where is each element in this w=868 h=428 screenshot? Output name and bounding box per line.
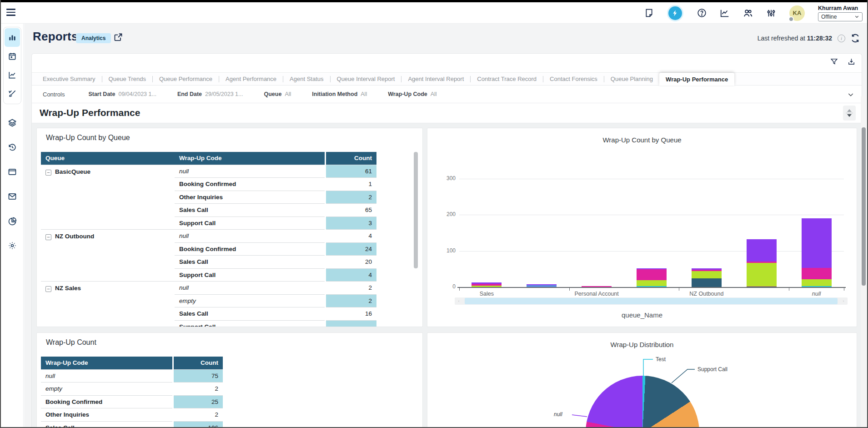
count-cell[interactable]: 2 — [325, 294, 376, 307]
sidebar-item-settings[interactable] — [8, 241, 17, 250]
sidebar-item-schedule[interactable] — [5, 47, 20, 65]
scroll-right-arrow-icon[interactable]: › — [841, 299, 846, 303]
stacked-bar[interactable] — [802, 218, 832, 287]
sidebar-item-reports[interactable] — [5, 28, 20, 47]
sidebar-item-customize[interactable] — [5, 84, 20, 103]
avatar[interactable]: KA — [789, 5, 805, 21]
bar-segment-booking-confirmed[interactable] — [692, 278, 722, 287]
queue-cell[interactable]: −NZ Outbound — [41, 230, 175, 282]
open-external-icon[interactable] — [114, 33, 123, 42]
control-end-date[interactable]: End Date29/05/2023 1... — [177, 91, 243, 97]
count-cell[interactable]: 4 — [325, 268, 376, 282]
count-cell[interactable]: 61 — [325, 165, 376, 178]
bar-segment-support-call[interactable] — [802, 268, 832, 279]
wrapup-code-cell[interactable]: Sales Call — [175, 307, 325, 321]
control-start-date[interactable]: Start Date09/04/2023 1... — [88, 91, 156, 97]
count-cell[interactable]: 75 — [173, 369, 223, 383]
scrollbar-thumb[interactable] — [414, 152, 418, 268]
sidebar-item-layers[interactable] — [8, 118, 17, 127]
refresh-icon[interactable] — [851, 34, 860, 43]
contact-control-panel-active[interactable] — [667, 5, 683, 21]
bar-segment-sales-call[interactable] — [692, 271, 722, 278]
tab-contract-trace-record[interactable]: Contract Trace Record — [471, 73, 543, 85]
count-cell[interactable]: 20 — [325, 256, 376, 269]
tab-contact-forensics[interactable]: Contact Forensics — [543, 73, 604, 85]
tab-queue-interval-report[interactable]: Queue Interval Report — [331, 73, 401, 85]
sidebar-item-analytics-pie[interactable] — [8, 217, 17, 226]
bar-segment-null[interactable] — [747, 239, 777, 261]
stacked-bar[interactable] — [527, 284, 557, 287]
tab-executive-summary[interactable]: Executive Summary — [36, 73, 102, 85]
wrapup-code-cell[interactable]: Other Inquiries — [41, 408, 173, 422]
count-cell[interactable]: 16 — [325, 307, 376, 321]
tab-agent-interval-report[interactable]: Agent Interval Report — [401, 73, 470, 85]
controls-expand-chevron-icon[interactable] — [847, 91, 854, 98]
metrics-icon[interactable] — [720, 8, 730, 18]
column-header[interactable]: Queue — [41, 152, 175, 165]
tab-queue-planning[interactable]: Queue Planning — [604, 73, 659, 85]
wrapup-code-cell[interactable]: null — [175, 230, 325, 243]
wrapup-code-cell[interactable]: empty — [41, 383, 173, 396]
sheet-scroll-spinner[interactable] — [843, 106, 856, 121]
column-header[interactable]: Count — [173, 357, 223, 369]
wrapup-code-cell[interactable]: Sales Call — [41, 421, 173, 427]
wrapup-code-cell[interactable]: null — [175, 165, 325, 178]
tab-wrap-up-performance[interactable]: Wrap-Up Performance — [659, 73, 734, 86]
column-header[interactable]: Wrap-Up Code — [41, 357, 173, 369]
queue-group-label[interactable]: NZ Sales — [55, 285, 81, 292]
wrapup-code-cell[interactable]: Sales Call — [175, 204, 325, 217]
control-initiation-method[interactable]: Initiation MethodAll — [312, 91, 367, 97]
count-cell[interactable]: 24 — [325, 242, 376, 256]
wrapup-code-cell[interactable]: Support Call — [175, 268, 325, 282]
count-cell[interactable]: 106 — [173, 421, 223, 427]
queue-group-label[interactable]: BasicQueue — [55, 168, 90, 175]
wrapup-code-cell[interactable]: Sales Call — [175, 256, 325, 269]
count-cell[interactable] — [325, 320, 376, 327]
help-icon[interactable] — [697, 8, 707, 18]
sidebar-item-trends[interactable] — [5, 65, 20, 84]
count-cell[interactable]: 65 — [325, 204, 376, 217]
column-header[interactable]: Count — [325, 152, 376, 165]
stacked-bar[interactable] — [582, 286, 612, 287]
sidebar-item-email[interactable] — [8, 192, 17, 201]
filter-icon[interactable] — [830, 57, 838, 65]
queue-cell[interactable]: −BasicQueue — [41, 165, 175, 230]
table-vertical-scrollbar[interactable] — [414, 152, 418, 324]
hamburger-menu-icon[interactable] — [6, 9, 15, 16]
bar-segment-sales-call[interactable] — [637, 280, 667, 287]
stacked-bar[interactable] — [637, 268, 667, 287]
count-cell[interactable]: 2 — [173, 383, 223, 396]
queue-group-label[interactable]: NZ Outbound — [55, 233, 94, 240]
tab-queue-performance[interactable]: Queue Performance — [153, 73, 219, 85]
pie-chart[interactable] — [586, 376, 699, 427]
tab-agent-status[interactable]: Agent Status — [283, 73, 330, 85]
task-note-icon[interactable] — [644, 8, 654, 18]
dashboard-vertical-scrollbar[interactable] — [861, 96, 867, 427]
bar-segment-empty[interactable] — [637, 286, 667, 287]
wrapup-code-cell[interactable]: Booking Confirmed — [41, 395, 173, 408]
count-cell[interactable]: 1 — [325, 178, 376, 191]
collapse-group-icon[interactable]: − — [45, 234, 51, 240]
control-queue[interactable]: QueueAll — [264, 91, 291, 97]
count-cell[interactable]: 4 — [325, 230, 376, 243]
chart-horizontal-scrollbar[interactable]: ‹ › — [455, 297, 848, 305]
count-cell[interactable]: 3 — [325, 217, 376, 230]
bar-segment-null[interactable] — [802, 218, 832, 268]
sidebar-item-window[interactable] — [8, 167, 17, 176]
users-icon[interactable] — [743, 8, 753, 18]
wrapup-code-cell[interactable]: null — [175, 282, 325, 295]
collapse-group-icon[interactable]: − — [45, 286, 51, 292]
wrapup-code-cell[interactable]: Support Call — [175, 320, 325, 327]
wrapup-code-cell[interactable]: null — [41, 369, 173, 383]
wrapup-code-cell[interactable]: Booking Confirmed — [175, 242, 325, 256]
settings-sliders-icon[interactable] — [766, 8, 776, 18]
bar-segment-sales-call[interactable] — [747, 263, 777, 286]
wrapup-code-cell[interactable]: empty — [175, 294, 325, 307]
stacked-bar[interactable] — [747, 239, 777, 287]
count-cell[interactable]: 2 — [325, 282, 376, 295]
bar-segment-booking-confirmed[interactable] — [747, 287, 777, 287]
wrapup-code-cell[interactable]: Support Call — [175, 217, 325, 230]
bar-segment-sales-call[interactable] — [802, 279, 832, 287]
wrapup-code-cell[interactable]: Other Inquiries — [175, 191, 325, 204]
count-cell[interactable]: 2 — [325, 191, 376, 204]
